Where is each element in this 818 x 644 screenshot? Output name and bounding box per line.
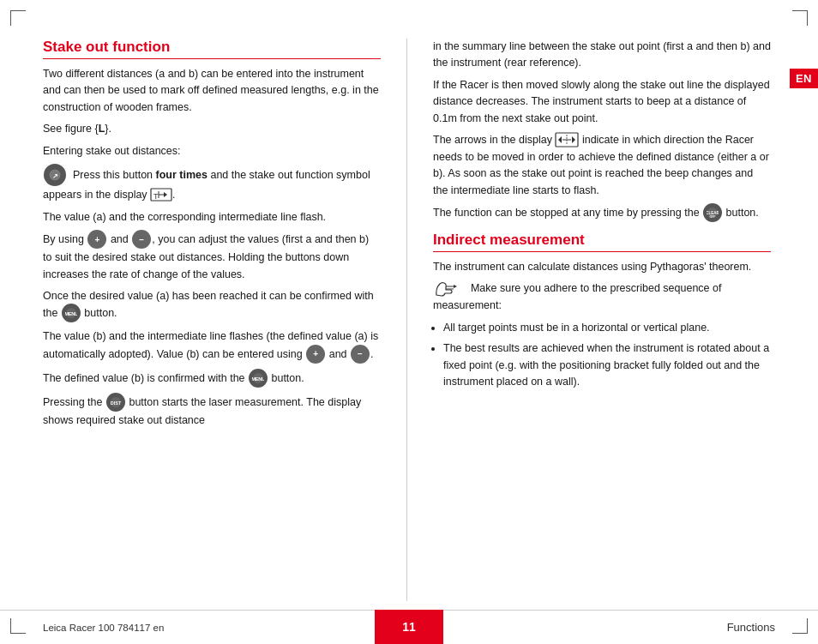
language-tab: EN bbox=[790, 69, 818, 88]
para-confirm-b: The defined value (b) is confirmed with … bbox=[43, 370, 381, 388]
svg-marker-23 bbox=[454, 285, 457, 288]
indirect-measurement-title: Indirect measurement bbox=[433, 232, 771, 252]
stakeout-button-icon: ↗ bbox=[44, 164, 66, 186]
menu-button-icon-2: MENU bbox=[249, 369, 268, 388]
svg-text:T: T bbox=[153, 192, 159, 201]
svg-text:↗: ↗ bbox=[52, 172, 58, 179]
svg-marker-5 bbox=[164, 192, 167, 197]
minus-button-icon-2: − bbox=[351, 345, 370, 364]
plus-button-icon-2: + bbox=[306, 345, 325, 364]
content-area: Stake out function Two different distanc… bbox=[43, 39, 771, 601]
para-adjust: By using + and −, you can adjust the val… bbox=[43, 231, 381, 283]
para-entering: Entering stake out distances: bbox=[43, 143, 381, 159]
para-value-a: The value (a) and the corresponding inte… bbox=[43, 209, 381, 226]
para-arrows: The arrows in the display indicate in wh… bbox=[433, 132, 771, 199]
footer-right-text: Functions bbox=[443, 610, 818, 644]
footer: Leica Racer 100 784117 en 11 Functions bbox=[0, 610, 818, 644]
para-stopped: The function can be stopped at any time … bbox=[433, 204, 771, 223]
note-hand-icon bbox=[433, 280, 459, 297]
bullet-item-2: The best results are achieved when the i… bbox=[443, 340, 771, 390]
para-value-b: The value (b) and the intermediate line … bbox=[43, 328, 381, 364]
corner-mark-tr bbox=[792, 10, 808, 26]
left-column: Stake out function Two different distanc… bbox=[43, 39, 388, 601]
para-figure: See figure {L}. bbox=[43, 121, 381, 137]
stake-out-title: Stake out function bbox=[43, 39, 381, 59]
para-moved: If the Racer is then moved slowly along … bbox=[433, 77, 771, 127]
svg-marker-15 bbox=[572, 136, 575, 143]
plus-button-icon: + bbox=[87, 230, 106, 249]
column-divider bbox=[406, 39, 407, 601]
footer-page-number: 11 bbox=[375, 610, 443, 644]
menu-button-icon: MENU bbox=[62, 304, 81, 322]
svg-marker-14 bbox=[558, 136, 562, 143]
footer-left-text: Leica Racer 100 784117 en bbox=[0, 610, 375, 644]
para-press-button: ↗ Press this button four times and the s… bbox=[43, 165, 381, 204]
corner-mark-tl bbox=[10, 10, 26, 26]
para-confirm-a: Once the desired value (a) has been reac… bbox=[43, 288, 381, 323]
bullet-item-1: All target points must be in a horizonta… bbox=[443, 320, 771, 336]
minus-button-icon: − bbox=[132, 230, 151, 249]
para-note: Make sure you adhere to the prescribed s… bbox=[433, 280, 771, 314]
page-container: EN Stake out function Two different dist… bbox=[0, 0, 818, 644]
display-stakeout-icon: T bbox=[150, 186, 172, 203]
right-column: in the summary line between the stake ou… bbox=[426, 39, 771, 601]
arrows-display-icon bbox=[555, 131, 579, 148]
para-pythagoras: The instrument can calculate distances u… bbox=[433, 259, 771, 275]
bullet-list: All target points must be in a horizonta… bbox=[443, 320, 771, 391]
svg-text:MENU: MENU bbox=[252, 376, 264, 382]
dist-button-icon: DIST bbox=[106, 393, 125, 412]
svg-text:OFF: OFF bbox=[710, 215, 717, 219]
para-continuation: in the summary line between the stake ou… bbox=[433, 39, 771, 72]
clear-button-icon: CLEAR OFF bbox=[703, 203, 722, 222]
svg-text:MENU: MENU bbox=[65, 311, 77, 316]
svg-text:DIST: DIST bbox=[111, 400, 122, 406]
para-pressing: Pressing the DIST button starts the lase… bbox=[43, 394, 381, 429]
para-intro: Two different distances (a and b) can be… bbox=[43, 66, 381, 116]
